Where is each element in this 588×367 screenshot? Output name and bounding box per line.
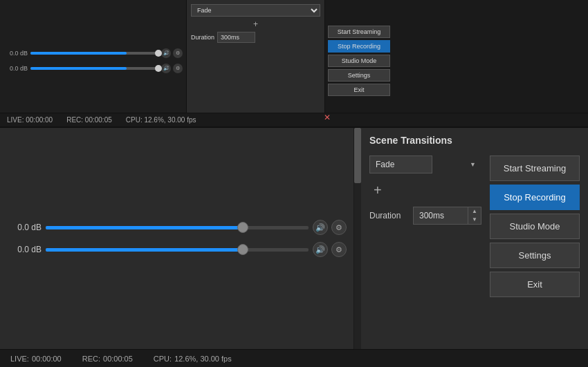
duration-input-wrapper: ▲ ▼ <box>413 207 481 225</box>
transition-select[interactable]: Fade Cut Swipe Slide Stinger Fade to Col… <box>369 156 432 173</box>
top-gear-icon-1[interactable]: ⚙ <box>173 48 183 58</box>
rec-value: 00:00:05 <box>103 355 133 363</box>
slider-track-2[interactable] <box>46 248 309 252</box>
exit-button[interactable]: Exit <box>490 272 580 297</box>
slider-fill-1 <box>46 226 243 229</box>
audio-channel-2-row: 0.0 dB 🔊 ⚙ <box>7 242 347 257</box>
main-area: 0.0 dB 🔊 ⚙ <box>0 128 588 349</box>
top-settings-button[interactable]: Settings <box>328 69 390 82</box>
duration-input[interactable] <box>413 207 468 225</box>
live-value: 00:00:00 <box>32 355 62 363</box>
slider-fill-2 <box>46 248 243 252</box>
cpu-value: 12.6%, 30.00 fps <box>174 355 232 363</box>
gear-icon-1[interactable]: ⚙ <box>331 220 347 235</box>
bottom-section: 0.0 dB 🔊 ⚙ <box>0 128 588 367</box>
top-stop-recording-button[interactable]: Stop Recording <box>328 40 390 53</box>
top-audio-row-2: 0.0 dB 🔊 ⚙ <box>3 64 183 73</box>
top-slider-track-2[interactable] <box>30 67 158 70</box>
audio-channel-1-row: 0.0 dB 🔊 ⚙ <box>7 220 347 235</box>
top-duration-input[interactable] <box>217 32 255 43</box>
volume-icon-1[interactable]: 🔊 <box>313 220 328 235</box>
channel-2-controls: 🔊 ⚙ <box>313 242 347 257</box>
top-db-label-2: 0.0 dB <box>3 65 28 72</box>
top-live-status: LIVE: 00:00:00 <box>7 116 53 124</box>
gear-symbol-1: ⚙ <box>336 223 342 232</box>
duration-up-button[interactable]: ▲ <box>468 207 481 216</box>
slider-thumb-2[interactable] <box>237 244 248 255</box>
start-streaming-button[interactable]: Start Streaming <box>490 156 580 181</box>
add-transition-button[interactable]: + <box>369 182 386 198</box>
top-gear-icon-2[interactable]: ⚙ <box>173 64 183 73</box>
slider-container-2[interactable] <box>46 243 309 256</box>
audio-mixer: 0.0 dB 🔊 ⚙ <box>0 128 354 349</box>
duration-label: Duration <box>369 211 407 220</box>
top-db-label-1: 0.0 dB <box>3 50 28 57</box>
volume-symbol-2: 🔊 <box>315 245 325 254</box>
top-buttons-area: Start Streaming Stop Recording Studio Mo… <box>325 0 393 121</box>
rec-status-item: REC: 00:00:05 <box>82 355 133 363</box>
top-transition-select[interactable]: Fade <box>191 4 320 17</box>
slider-thumb-1[interactable] <box>237 222 248 233</box>
studio-mode-button[interactable]: Studio Mode <box>490 214 580 239</box>
top-volume-icon-2[interactable]: 🔊 <box>161 64 171 73</box>
top-duration-label: Duration <box>191 34 214 41</box>
top-volume-icon-1[interactable]: 🔊 <box>161 48 171 58</box>
cpu-label: CPU: <box>154 355 172 363</box>
slider-track-1[interactable] <box>46 226 309 229</box>
live-status-item: LIVE: 00:00:00 <box>10 355 62 363</box>
top-section: 0.0 dB 🔊 ⚙ 0.0 dB 🔊 ⚙ <box>0 0 588 128</box>
resize-handle[interactable]: ✕ <box>324 113 332 121</box>
top-controls-2: 🔊 ⚙ <box>161 64 183 73</box>
settings-button[interactable]: Settings <box>490 243 580 268</box>
add-transition-row: + <box>369 179 481 201</box>
stop-recording-button[interactable]: Stop Recording <box>490 185 580 210</box>
right-panel: Scene Transitions Fade Cut Swipe <box>361 128 588 349</box>
top-rec-status: REC: 00:00:05 <box>66 116 112 124</box>
gear-icon-2[interactable]: ⚙ <box>331 242 347 257</box>
transition-select-row: Fade Cut Swipe Slide Stinger Fade to Col… <box>369 156 481 173</box>
top-start-streaming-button[interactable]: Start Streaming <box>328 26 390 38</box>
top-scene-trans: Fade + Duration <box>187 0 325 121</box>
channel-1-controls: 🔊 ⚙ <box>313 220 347 235</box>
top-audio-row-1: 0.0 dB 🔊 ⚙ <box>3 48 183 58</box>
top-studio-mode-button[interactable]: Studio Mode <box>328 55 390 67</box>
duration-row: Duration ▲ ▼ <box>369 207 481 225</box>
scene-transitions-area: Fade Cut Swipe Slide Stinger Fade to Col… <box>369 156 481 225</box>
scroll-thumb[interactable] <box>354 128 361 183</box>
duration-spinners: ▲ ▼ <box>468 207 481 225</box>
db-label-2: 0.0 dB <box>7 245 42 254</box>
volume-symbol-1: 🔊 <box>315 223 325 232</box>
audio-channel-1: 0.0 dB 🔊 ⚙ <box>7 220 347 235</box>
select-wrapper: Fade Cut Swipe Slide Stinger Fade to Col… <box>369 156 481 173</box>
cpu-status-item: CPU: 12.6%, 30.00 fps <box>154 355 232 363</box>
duration-down-button[interactable]: ▼ <box>468 216 481 224</box>
status-bar: LIVE: 00:00:00 REC: 00:00:05 CPU: 12.6%,… <box>0 349 588 367</box>
top-add-transition-btn[interactable]: + <box>191 19 320 29</box>
scene-left: Fade Cut Swipe Slide Stinger Fade to Col… <box>369 156 481 225</box>
audio-channel-2: 0.0 dB 🔊 ⚙ <box>7 242 347 257</box>
live-label: LIVE: <box>10 355 29 363</box>
volume-icon-2[interactable]: 🔊 <box>313 242 328 257</box>
top-audio-area: 0.0 dB 🔊 ⚙ 0.0 dB 🔊 ⚙ <box>0 0 187 121</box>
slider-container-1[interactable] <box>46 221 309 234</box>
scene-control-row: Fade Cut Swipe Slide Stinger Fade to Col… <box>369 156 580 297</box>
rec-label: REC: <box>82 355 100 363</box>
scene-transitions-title: Scene Transitions <box>369 135 580 146</box>
gear-symbol-2: ⚙ <box>336 245 342 254</box>
top-exit-button[interactable]: Exit <box>328 84 390 96</box>
top-controls-1: 🔊 ⚙ <box>161 48 183 58</box>
top-dur-row: Duration <box>191 32 320 43</box>
top-cpu-status: CPU: 12.6%, 30.00 fps <box>126 116 196 124</box>
top-slider-track-1[interactable] <box>30 52 158 55</box>
db-label-1: 0.0 dB <box>7 223 42 232</box>
action-buttons: Start Streaming Stop Recording Studio Mo… <box>490 156 580 297</box>
top-status-bar: LIVE: 00:00:00 REC: 00:00:05 CPU: 12.6%,… <box>0 113 588 126</box>
scrollbar[interactable] <box>354 128 361 349</box>
